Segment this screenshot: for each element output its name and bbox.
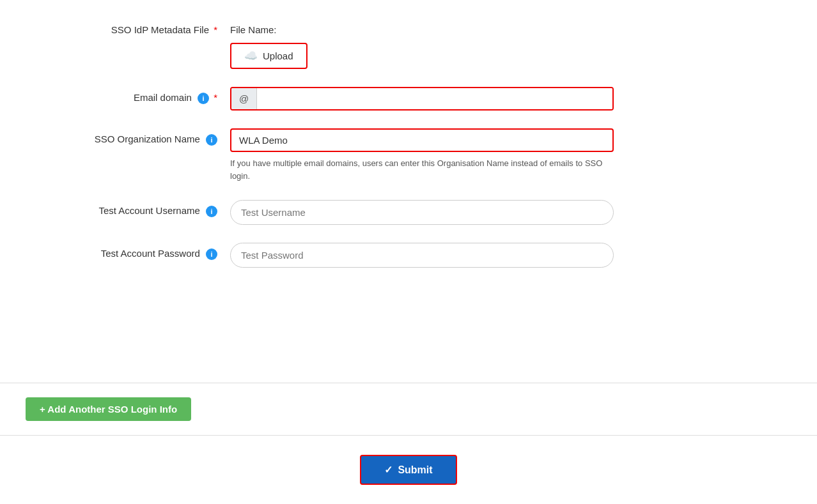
test-password-info-icon[interactable]: i (206, 248, 217, 260)
test-password-label: Test Account Password i (26, 243, 230, 260)
test-password-label-text: Test Account Password (101, 248, 200, 259)
test-username-row: Test Account Username i (26, 200, 791, 225)
sso-idp-label-text: SSO IdP Metadata File (111, 24, 209, 35)
email-domain-row: Email domain i * @ (26, 87, 791, 111)
test-username-label: Test Account Username i (26, 200, 230, 217)
add-sso-button[interactable]: + Add Another SSO Login Info (26, 397, 191, 421)
test-username-input[interactable] (230, 200, 614, 225)
sso-idp-label: SSO IdP Metadata File * (26, 19, 230, 35)
at-symbol: @ (239, 93, 249, 104)
email-domain-label-text: Email domain (134, 92, 192, 103)
cloud-upload-icon: ☁️ (244, 49, 258, 63)
sso-org-name-input[interactable] (230, 128, 614, 152)
page-container: SSO IdP Metadata File * File Name: ☁️ Up… (0, 0, 817, 504)
sso-org-name-row: SSO Organization Name i If you have mult… (26, 128, 791, 182)
required-star: * (211, 24, 217, 35)
form-section: SSO IdP Metadata File * File Name: ☁️ Up… (0, 0, 817, 383)
test-username-label-text: Test Account Username (98, 205, 199, 216)
upload-button[interactable]: ☁️ Upload (230, 43, 307, 69)
test-password-row: Test Account Password i (26, 243, 791, 268)
email-domain-info-icon[interactable]: i (198, 93, 209, 104)
sso-org-name-label: SSO Organization Name i (26, 128, 230, 146)
sso-org-name-info-icon[interactable]: i (206, 134, 217, 146)
sso-org-name-help-text: If you have multiple email domains, user… (230, 157, 614, 182)
add-section: + Add Another SSO Login Info (0, 383, 817, 436)
at-prefix: @ (231, 88, 257, 109)
email-domain-input[interactable] (257, 88, 612, 109)
sso-org-name-label-text: SSO Organization Name (95, 134, 200, 144)
email-domain-input-group: @ (230, 87, 614, 111)
submit-button-label: Submit (398, 464, 432, 476)
upload-button-label: Upload (263, 50, 293, 61)
sso-idp-control: File Name: ☁️ Upload (230, 19, 614, 69)
test-password-control (230, 243, 614, 268)
test-password-input[interactable] (230, 243, 614, 268)
sso-idp-row: SSO IdP Metadata File * File Name: ☁️ Up… (26, 19, 791, 69)
sso-org-name-control: If you have multiple email domains, user… (230, 128, 614, 182)
file-name-label: File Name: (230, 19, 614, 35)
submit-button[interactable]: ✓ Submit (360, 455, 456, 485)
add-sso-button-label: + Add Another SSO Login Info (40, 404, 177, 415)
email-domain-control: @ (230, 87, 614, 111)
email-domain-label: Email domain i * (26, 87, 230, 104)
submit-section: ✓ Submit (0, 436, 817, 504)
test-username-info-icon[interactable]: i (206, 206, 217, 217)
email-domain-required-star: * (214, 92, 217, 103)
checkmark-icon: ✓ (384, 464, 393, 476)
test-username-control (230, 200, 614, 225)
